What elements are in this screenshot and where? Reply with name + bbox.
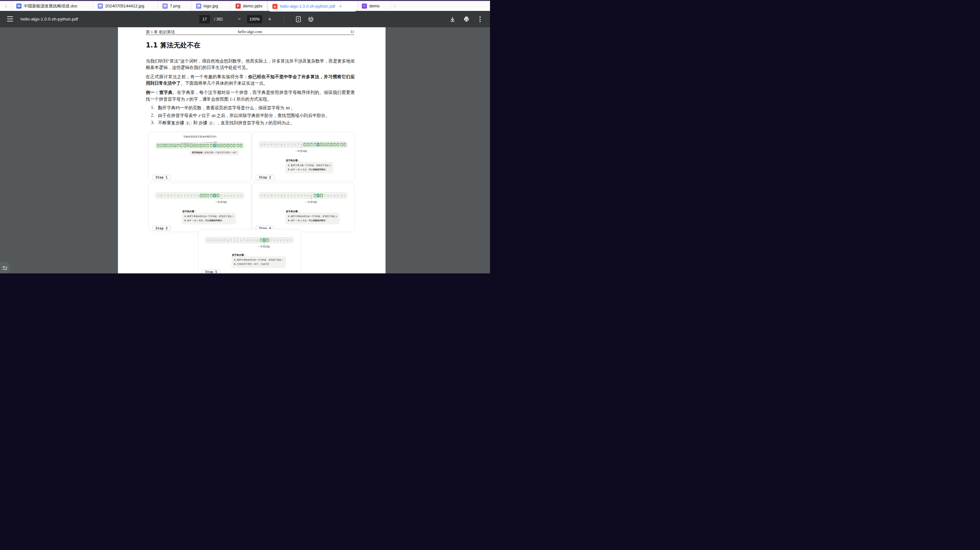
letter-cell-p: p <box>310 143 313 146</box>
letter-cell-x: x <box>336 194 339 197</box>
letter-cell-k: k <box>190 144 192 148</box>
letter-cell-w: w <box>230 194 233 197</box>
rotate-icon[interactable] <box>307 15 315 24</box>
letter-cell-r: r <box>317 143 320 146</box>
letter-cell-d: d <box>270 194 273 197</box>
chevron-left-icon: ‹ <box>5 3 7 9</box>
print-icon[interactable] <box>462 15 471 24</box>
pdf-viewport[interactable]: 第 1 章 初识算法 hello-algo.com 11 1.1 算法无处不在 … <box>0 27 490 275</box>
letter-cell-z: z <box>290 238 292 242</box>
zoom-level-input[interactable]: 100% <box>247 15 262 24</box>
steps-line: 2. 由于 r 在 t 前边，因此排除后半部分 <box>184 219 234 223</box>
alphabet-row: abcdefghijklmnopqrstuvwxyz <box>259 192 347 199</box>
letter-cell-j: j <box>236 238 239 242</box>
image-file-icon <box>98 3 103 9</box>
download-icon[interactable] <box>448 15 457 24</box>
paragraph: 当我们听到“算法”这个词时，很自然地会想到数学。然而实际上，许多算法并不涉及复杂… <box>146 58 355 71</box>
tab-1[interactable]: 20240705144412.jpg <box>93 1 158 11</box>
letter-cell-e: e <box>220 238 223 242</box>
letter-cell-v: v <box>226 194 229 197</box>
image-file-icon <box>162 3 168 9</box>
letter-cell-y: y <box>286 238 289 242</box>
letter-cell-p: p <box>310 194 313 197</box>
letter-cell-e: e <box>274 143 276 146</box>
letter-cell-m: m <box>300 143 303 146</box>
letter-cell-r: r <box>317 194 320 197</box>
header-site: hello-algo.com <box>146 30 354 34</box>
letter-cell-t: t <box>220 144 223 148</box>
tab-3[interactable]: logo.jpg <box>192 1 231 11</box>
letter-cell-a: a <box>157 194 160 197</box>
steps-box: 1. 翻开字典大概一半页码处，发现首字母是 m2. 由于 r 在 m 后边，因此… <box>285 162 333 173</box>
letter-cell-i: i <box>183 194 186 197</box>
figure-panel-step-4: abcdefghijklmnopqrstuvwxyz^一半页码处查字典步骤：1.… <box>252 183 355 232</box>
tab-4[interactable]: Pdemo.pptx <box>231 1 268 11</box>
letter-cell-u: u <box>326 143 329 146</box>
letter-cell-p: p <box>256 238 259 242</box>
letter-cell-v: v <box>226 144 229 148</box>
steps-box: 1. 翻开字典剩余部分的一半页码处，发现首字母是 p2. 由于 r 在 p 后边… <box>285 213 340 224</box>
letter-cell-i: i <box>287 194 290 197</box>
letter-cell-m: m <box>196 194 199 197</box>
alphabet-row: abcdefghijklmnopqrstuvwxyz <box>156 143 244 148</box>
alphabet-row: abcdefghijklmnopqrstuvwxyz <box>259 141 347 148</box>
letter-cell-c: c <box>267 194 269 197</box>
letter-cell-c: c <box>163 144 166 148</box>
letter-cell-j: j <box>186 194 189 197</box>
figure-panel-step-3: abcdefghijklmnopqrstuvwxyz^一半页码处查字典步骤：1.… <box>148 183 251 232</box>
letter-cell-h: h <box>180 194 183 197</box>
letter-cell-s: s <box>320 143 323 146</box>
step-badge: Step 1 <box>152 175 171 180</box>
letter-cell-z: z <box>240 194 243 197</box>
letter-cell-y: y <box>237 144 239 148</box>
pointer-label: 一半页码处 <box>282 150 320 153</box>
goal-box: 查字典目标：找到任意一个拼音首字母为 r 的字 <box>190 150 239 156</box>
letter-cell-q: q <box>210 194 213 197</box>
letter-cell-k: k <box>190 194 192 197</box>
image-file-icon <box>196 3 201 9</box>
letter-cell-v: v <box>330 143 332 146</box>
letter-cell-x: x <box>283 238 286 242</box>
letter-cell-f: f <box>277 143 280 146</box>
expand-panel-icon <box>2 266 8 270</box>
zoom-out-button[interactable]: − <box>236 15 243 24</box>
letter-cell-c: c <box>267 143 269 146</box>
tab-6[interactable]: ✎demo <box>357 1 391 11</box>
letter-cell-s: s <box>320 194 323 197</box>
zoom-in-button[interactable]: + <box>266 15 274 24</box>
menu-icon[interactable] <box>7 16 13 21</box>
figure-panel-step-5: abcdefghijklmnopqrstuvwxyz^一半页码处查字典步骤：1.… <box>198 229 301 275</box>
letter-cell-v: v <box>276 238 279 242</box>
tabs-overflow-button[interactable]: › <box>391 1 399 11</box>
pointer-label: 一半页码处 <box>202 201 240 204</box>
page-number-input[interactable]: 17 <box>199 15 210 24</box>
letter-cell-h: h <box>283 143 286 146</box>
tab-label: demo.pptx <box>243 3 262 8</box>
letter-cell-b: b <box>160 144 163 148</box>
tab-close-icon[interactable]: × <box>339 4 343 9</box>
letter-cell-o: o <box>307 143 310 146</box>
tab-2[interactable]: 7.png <box>158 1 192 11</box>
letter-cell-o: o <box>203 194 206 197</box>
more-options-icon[interactable] <box>476 15 484 24</box>
pointer-caret-icon: ^ <box>301 147 302 149</box>
letter-cell-d: d <box>216 238 219 242</box>
paragraph: 例一：查字典。在字典里，每个汉字都对应一个拼音，而字典是按照拼音字母顺序排列的。… <box>146 89 355 103</box>
letter-cell-f: f <box>223 238 226 242</box>
letter-cell-u: u <box>273 238 275 242</box>
steps-line: 2. 已找到首字母为 r 的字，完成任务 <box>234 262 283 266</box>
letter-cell-x: x <box>233 194 236 197</box>
letter-cell-r: r <box>213 144 216 148</box>
tab-active-5[interactable]: ▲hello-algo-1.0.0-zh-python.pdf× <box>268 1 357 11</box>
letter-cell-q: q <box>210 144 213 148</box>
letter-cell-v: v <box>330 194 332 197</box>
tab-row: ‹ W中国新能源发展战略综述.doc20240705144412.jpg7.pn… <box>0 1 490 11</box>
tabs-scroll-left-button[interactable]: ‹ <box>0 1 12 11</box>
list-item: 1.翻开字典约一半的页数，查看该页的首字母是什么，假设首字母为 m 。 <box>151 105 355 113</box>
letter-cell-x: x <box>336 143 339 146</box>
letter-cell-i: i <box>287 143 290 146</box>
sidebar-expand-button[interactable] <box>0 262 10 273</box>
tab-0[interactable]: W中国新能源发展战略综述.doc <box>12 1 93 11</box>
fit-to-page-icon[interactable] <box>294 15 302 24</box>
edit-file-icon: ✎ <box>362 3 367 9</box>
